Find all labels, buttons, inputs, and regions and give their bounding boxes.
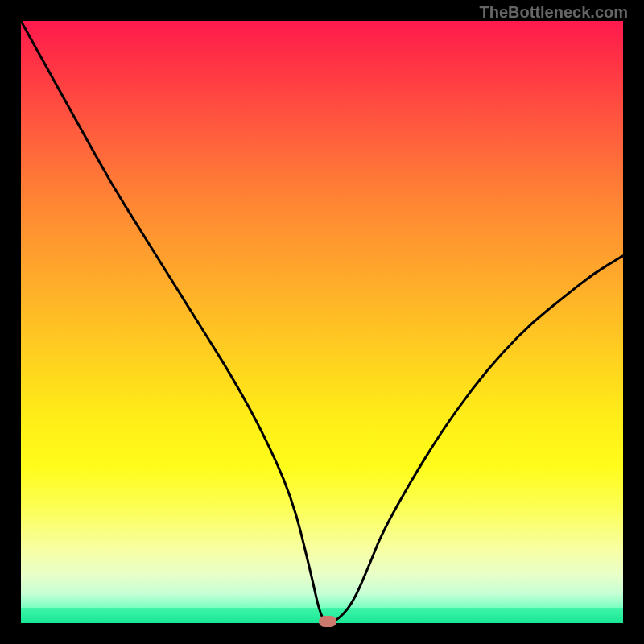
plot-area [21,21,623,623]
optimal-marker-icon [319,616,336,627]
bottleneck-curve [21,21,623,623]
watermark-text: TheBottleneck.com [480,3,628,22]
plot-frame [21,21,623,623]
